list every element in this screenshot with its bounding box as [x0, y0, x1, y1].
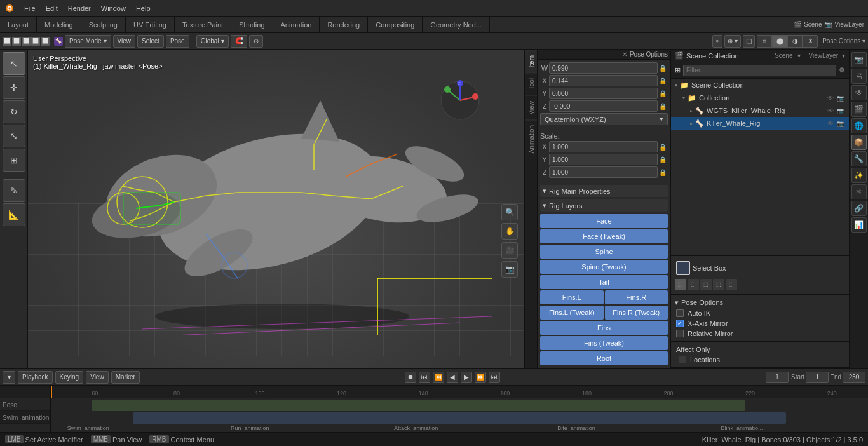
- w-value[interactable]: [549, 62, 658, 74]
- marker-menu[interactable]: Marker: [111, 371, 140, 384]
- blender-logo[interactable]: [0, 0, 19, 16]
- sel-icon-3[interactable]: ⬚: [700, 279, 712, 290]
- outliner-scene-collection[interactable]: ▾ 📁 Scene Collection: [671, 79, 849, 91]
- col-render[interactable]: 📷: [836, 95, 845, 102]
- rig-btn-fins-l-tweak[interactable]: Fins.L (Tweak): [540, 306, 604, 320]
- rig-btn-fins-l[interactable]: Fins.L: [540, 290, 604, 304]
- panel-close[interactable]: ✕: [622, 51, 627, 58]
- frame-start-input[interactable]: [806, 372, 829, 383]
- global-dropdown[interactable]: Global ▾: [196, 35, 229, 48]
- n-tab-animation[interactable]: Animation: [525, 119, 537, 158]
- rig-btn-spine[interactable]: Spine: [540, 245, 668, 259]
- rig-btn-fins-tweak[interactable]: Fins (Tweak): [540, 336, 668, 350]
- timeline-view-menu[interactable]: View: [86, 371, 109, 384]
- sel-icon-1[interactable]: ⬚: [675, 279, 686, 290]
- sy-value[interactable]: [549, 154, 658, 165]
- tab-layout[interactable]: Layout: [0, 17, 37, 32]
- rel-mirror-checkbox[interactable]: [676, 330, 684, 337]
- sx-lock[interactable]: 🔒: [658, 144, 668, 151]
- tab-shading[interactable]: Shading: [231, 17, 273, 32]
- props-tab-particles[interactable]: ✨: [851, 168, 867, 183]
- tool-scale[interactable]: ⤡: [3, 125, 25, 147]
- z-lock[interactable]: 🔒: [658, 103, 668, 110]
- proportional-btn[interactable]: ⊙: [249, 35, 263, 48]
- play-mode-btn[interactable]: ⏺: [405, 372, 416, 383]
- outliner-rig[interactable]: ▸ 🦴 Killer_Whale_Rig 👁 📷: [671, 117, 849, 130]
- play-reverse-btn[interactable]: ◀: [447, 372, 458, 383]
- tool-select[interactable]: ↖: [3, 52, 25, 75]
- wgts-render[interactable]: 📷: [836, 107, 845, 114]
- playback-menu[interactable]: Playback: [18, 371, 53, 384]
- props-tab-scene[interactable]: 🎬: [851, 102, 867, 117]
- rig-vis[interactable]: 👁: [826, 120, 835, 127]
- z-value[interactable]: [549, 100, 658, 112]
- x-lock[interactable]: 🔒: [658, 78, 668, 84]
- tab-modeling[interactable]: Modeling: [37, 17, 81, 32]
- tab-rendering[interactable]: Rendering: [320, 17, 368, 32]
- pose-options-header[interactable]: ▾ Pose Options: [674, 297, 846, 308]
- wgts-vis[interactable]: 👁: [826, 107, 835, 114]
- tab-compositing[interactable]: Compositing: [368, 17, 423, 32]
- locations-checkbox[interactable]: [679, 356, 686, 363]
- props-tab-modifier[interactable]: 🔧: [851, 151, 867, 166]
- props-tab-view[interactable]: 👁: [851, 85, 867, 100]
- timeline-collapse[interactable]: ▾: [3, 371, 15, 384]
- x-value[interactable]: [549, 75, 658, 86]
- frame-end-input[interactable]: [843, 372, 865, 383]
- menu-window[interactable]: Window: [96, 0, 131, 16]
- sel-icon-5[interactable]: ⬚: [726, 279, 737, 290]
- menu-file[interactable]: File: [19, 0, 41, 16]
- outliner-wgts[interactable]: ▸ 🦴 WGTS_Killer_Whale_Rig 👁 📷: [671, 104, 849, 117]
- vp-pan-btn[interactable]: ✋: [501, 223, 518, 240]
- viewport-overlays-btn[interactable]: ⊕ ▾: [724, 35, 741, 48]
- menu-help[interactable]: Help: [131, 0, 156, 16]
- jump-start-btn[interactable]: ⏮: [419, 372, 430, 383]
- props-tab-output[interactable]: 🖨: [851, 69, 867, 84]
- rig-btn-tail[interactable]: Tail: [540, 275, 668, 289]
- rig-btn-spine-tweak[interactable]: Spine (Tweak): [540, 260, 668, 274]
- select-menu[interactable]: Select: [137, 35, 164, 48]
- auto-ik-checkbox[interactable]: [676, 309, 684, 317]
- menu-render[interactable]: Render: [63, 0, 96, 16]
- tool-move[interactable]: ✛: [3, 76, 25, 99]
- sz-lock[interactable]: 🔒: [658, 169, 668, 176]
- y-lock[interactable]: 🔒: [658, 90, 668, 97]
- rig-btn-face-tweak[interactable]: Face (Tweak): [540, 229, 668, 243]
- pose-mode-dropdown[interactable]: Pose Mode ▾: [65, 35, 111, 48]
- tab-texture-paint[interactable]: Texture Paint: [175, 17, 231, 32]
- playhead[interactable]: [51, 386, 52, 398]
- pose-menu[interactable]: Pose: [166, 35, 189, 48]
- tool-rotate[interactable]: ↻: [3, 100, 25, 123]
- jump-end-btn[interactable]: ⏭: [489, 372, 500, 383]
- shading-solid[interactable]: ⬤: [772, 35, 787, 48]
- snapping-btn[interactable]: 🧲: [231, 35, 247, 48]
- rig-btn-face[interactable]: Face: [540, 214, 668, 228]
- timeline-ruler-area[interactable]: 60 80 100 120 140 160 180 200 220 240: [51, 386, 868, 433]
- w-lock[interactable]: 🔒: [658, 65, 668, 72]
- view-menu[interactable]: View: [113, 35, 136, 48]
- shading-material[interactable]: ◑: [787, 35, 803, 48]
- props-tab-data[interactable]: 📊: [851, 217, 867, 233]
- props-tab-world[interactable]: 🌐: [851, 118, 867, 133]
- n-tab-item[interactable]: Item: [525, 50, 537, 72]
- rig-btn-fins[interactable]: Fins: [540, 321, 668, 335]
- pose-options-btn[interactable]: Pose Options ▾: [822, 37, 865, 44]
- outliner-collection[interactable]: ▾ 📁 Collection 👁 📷: [671, 91, 849, 104]
- rig-btn-fins-r-tweak[interactable]: Fins.R (Tweak): [605, 306, 668, 320]
- vp-view-btn[interactable]: 📷: [501, 261, 518, 278]
- viewport-gizmos-btn[interactable]: ⌖: [712, 35, 722, 48]
- vp-camera-btn[interactable]: 🎥: [501, 242, 518, 259]
- prev-keyframe-btn[interactable]: ⏪: [433, 372, 444, 383]
- tab-geometry[interactable]: Geometry Nod...: [423, 17, 490, 32]
- props-tab-physics[interactable]: ⚛: [851, 184, 867, 199]
- shading-rendered[interactable]: ☀: [803, 35, 818, 48]
- tool-transform[interactable]: ⊞: [3, 149, 25, 172]
- sz-value[interactable]: [549, 166, 658, 178]
- rig-layers-header[interactable]: ▾ Rig Layers: [540, 199, 668, 212]
- tool-measure[interactable]: 📐: [3, 203, 25, 226]
- n-tab-view[interactable]: View: [525, 95, 537, 120]
- keying-menu[interactable]: Keying: [55, 371, 84, 384]
- rig-render[interactable]: 📷: [836, 120, 845, 127]
- current-frame-input[interactable]: [766, 372, 789, 383]
- tab-sculpting[interactable]: Sculpting: [81, 17, 126, 32]
